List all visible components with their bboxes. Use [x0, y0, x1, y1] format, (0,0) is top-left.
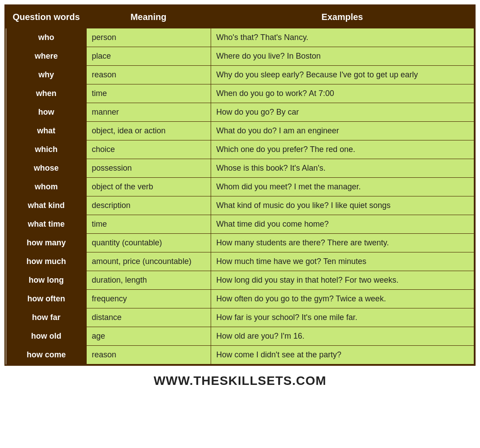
meaning-cell: distance — [86, 308, 211, 327]
example-cell: What do you do? I am an engineer — [211, 122, 474, 140]
col-header-examples: Examples — [211, 6, 474, 28]
question-word-cell: when — [6, 84, 86, 103]
example-cell: Where do you live? In Boston — [211, 47, 474, 66]
table-row: how longduration, lengthHow long did you… — [6, 271, 474, 290]
question-word-cell: where — [6, 47, 86, 66]
table-row: how oldageHow old are you? I'm 16. — [6, 327, 474, 346]
table-row: how muchamount, price (uncountable)How m… — [6, 252, 474, 271]
meaning-cell: time — [86, 215, 211, 234]
meaning-cell: possession — [86, 159, 211, 178]
example-cell: How much time have we got? Ten minutes — [211, 252, 474, 271]
question-words-table: Question words Meaning Examples whoperso… — [4, 4, 476, 366]
meaning-cell: frequency — [86, 290, 211, 308]
example-cell: What kind of music do you like? I like q… — [211, 196, 474, 215]
question-word-cell: what time — [6, 215, 86, 234]
table-row: whopersonWho's that? That's Nancy. — [6, 28, 474, 47]
question-word-cell: how far — [6, 308, 86, 327]
example-cell: How do you go? By car — [211, 103, 474, 122]
meaning-cell: quantity (countable) — [86, 234, 211, 252]
table-row: whosepossessionWhose is this book? It's … — [6, 159, 474, 178]
example-cell: When do you go to work? At 7:00 — [211, 84, 474, 103]
meaning-cell: place — [86, 47, 211, 66]
table-row: how fardistanceHow far is your school? I… — [6, 308, 474, 327]
table-row: howmannerHow do you go? By car — [6, 103, 474, 122]
meaning-cell: reason — [86, 346, 211, 364]
meaning-cell: age — [86, 327, 211, 346]
table-row: how oftenfrequencyHow often do you go to… — [6, 290, 474, 308]
example-cell: Which one do you prefer? The red one. — [211, 140, 474, 159]
question-word-cell: how old — [6, 327, 86, 346]
question-word-cell: how much — [6, 252, 86, 271]
meaning-cell: choice — [86, 140, 211, 159]
example-cell: What time did you come home? — [211, 215, 474, 234]
meaning-cell: object of the verb — [86, 178, 211, 196]
col-header-question-words: Question words — [6, 6, 86, 28]
example-cell: How often do you go to the gym? Twice a … — [211, 290, 474, 308]
meaning-cell: object, idea or action — [86, 122, 211, 140]
col-header-meaning: Meaning — [86, 6, 211, 28]
footer-website: WWW.THESKILLSETS.COM — [154, 374, 327, 388]
question-word-cell: whose — [6, 159, 86, 178]
example-cell: How many students are there? There are t… — [211, 234, 474, 252]
question-word-cell: which — [6, 140, 86, 159]
meaning-cell: duration, length — [86, 271, 211, 290]
table-row: how comereasonHow come I didn't see at t… — [6, 346, 474, 364]
example-cell: Whom did you meet? I met the manager. — [211, 178, 474, 196]
table-row: how manyquantity (countable)How many stu… — [6, 234, 474, 252]
table-row: whereplaceWhere do you live? In Boston — [6, 47, 474, 66]
question-word-cell: who — [6, 28, 86, 47]
example-cell: Why do you sleep early? Because I've got… — [211, 66, 474, 84]
example-cell: How far is your school? It's one mile fa… — [211, 308, 474, 327]
question-word-cell: whom — [6, 178, 86, 196]
meaning-cell: amount, price (uncountable) — [86, 252, 211, 271]
question-word-cell: how long — [6, 271, 86, 290]
table-row: whomobject of the verbWhom did you meet?… — [6, 178, 474, 196]
table-row: what timetimeWhat time did you come home… — [6, 215, 474, 234]
question-word-cell: how — [6, 103, 86, 122]
table-row: whatobject, idea or actionWhat do you do… — [6, 122, 474, 140]
example-cell: How come I didn't see at the party? — [211, 346, 474, 364]
meaning-cell: time — [86, 84, 211, 103]
table-row: whyreasonWhy do you sleep early? Because… — [6, 66, 474, 84]
meaning-cell: description — [86, 196, 211, 215]
example-cell: How long did you stay in that hotel? For… — [211, 271, 474, 290]
question-word-cell: what kind — [6, 196, 86, 215]
meaning-cell: person — [86, 28, 211, 47]
question-word-cell: what — [6, 122, 86, 140]
example-cell: Whose is this book? It's Alan's. — [211, 159, 474, 178]
meaning-cell: manner — [86, 103, 211, 122]
meaning-cell: reason — [86, 66, 211, 84]
example-cell: How old are you? I'm 16. — [211, 327, 474, 346]
question-word-cell: why — [6, 66, 86, 84]
question-word-cell: how come — [6, 346, 86, 364]
table-row: whichchoiceWhich one do you prefer? The … — [6, 140, 474, 159]
question-word-cell: how often — [6, 290, 86, 308]
table-row: whentimeWhen do you go to work? At 7:00 — [6, 84, 474, 103]
example-cell: Who's that? That's Nancy. — [211, 28, 474, 47]
question-word-cell: how many — [6, 234, 86, 252]
table-row: what kinddescriptionWhat kind of music d… — [6, 196, 474, 215]
